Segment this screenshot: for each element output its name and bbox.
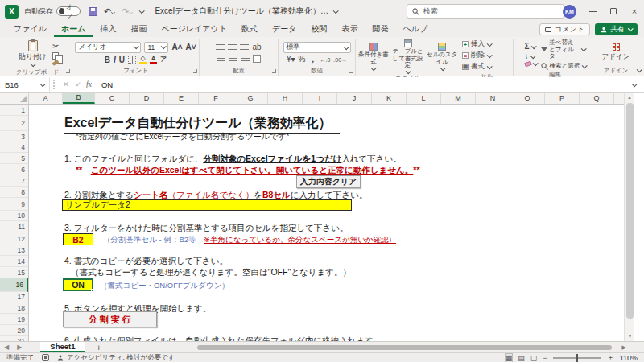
sheet-nav-left-icon[interactable]: ◀ [0, 343, 13, 351]
ribbon-tab-0[interactable]: ファイル [6, 22, 54, 37]
ribbon-tab-6[interactable]: データ [265, 22, 303, 37]
conditional-formatting-button[interactable]: 条件付き書式 [357, 43, 390, 70]
column-header-a[interactable]: A [29, 93, 63, 104]
search-input[interactable]: 検索 [407, 4, 564, 19]
row-header-9[interactable]: 9 [0, 198, 28, 211]
format-painter-icon[interactable] [52, 60, 60, 66]
increase-font-icon[interactable]: A˄ [171, 43, 182, 51]
column-header-p[interactable]: P [545, 93, 580, 104]
vertical-scrollbar[interactable]: ▲ ▼ [624, 93, 634, 341]
scroll-right-icon[interactable]: ▶ [622, 344, 626, 351]
zoom-slider[interactable] [553, 357, 601, 359]
column-header-l[interactable]: L [407, 93, 441, 104]
align-bottom-icon[interactable] [240, 44, 249, 51]
ribbon-tab-10[interactable]: ヘルプ [396, 22, 436, 37]
comma-format-icon[interactable]: ， [308, 56, 316, 64]
formula-input[interactable]: ON [97, 80, 632, 89]
column-header-n[interactable]: N [476, 93, 510, 104]
column-header-e[interactable]: E [164, 93, 199, 104]
confirm-entry-icon[interactable]: ✓ [72, 80, 85, 88]
find-select-button[interactable]: 検索と選択 [541, 63, 586, 70]
collapse-ribbon-chevron-icon[interactable] [637, 67, 642, 72]
delete-cells-button[interactable]: ×削除 [462, 51, 491, 60]
column-header-j[interactable]: J [337, 93, 372, 104]
row-header-10[interactable]: 10 [0, 211, 28, 221]
vertical-scroll-thumb[interactable] [626, 103, 634, 319]
column-header-m[interactable]: M [441, 93, 476, 104]
number-format-select[interactable]: 標準 [283, 42, 351, 53]
macro-record-icon[interactable] [42, 354, 49, 361]
close-button[interactable]: × [630, 6, 639, 16]
sheet-tab-active[interactable]: Sheet1 [40, 342, 85, 352]
row-header-18[interactable]: 18 [0, 302, 28, 314]
align-right-icon[interactable] [241, 56, 250, 62]
sheet-name-input-cell[interactable]: サンプルデータ2 [62, 199, 352, 211]
row-header-3[interactable]: 3 [0, 131, 28, 142]
sheet-nav-right-icon[interactable]: ▶ [13, 343, 26, 351]
row-header-5[interactable]: 5 [0, 153, 28, 164]
row-header-19[interactable]: 19 [0, 314, 28, 325]
column-header-i[interactable]: I [303, 93, 337, 104]
fill-button[interactable]: ↓ [525, 52, 535, 60]
share-button[interactable]: 共有 [595, 23, 638, 35]
row-header-20[interactable]: 20 [0, 325, 28, 336]
percent-format-icon[interactable]: % [299, 56, 306, 64]
formula-bar-grip[interactable] [53, 80, 56, 89]
ribbon-tab-2[interactable]: 挿入 [93, 22, 123, 37]
column-header-f[interactable]: F [199, 93, 233, 104]
ribbon-tab-1[interactable]: ホーム [54, 22, 93, 37]
sort-filter-button[interactable]: 並べ替えとフィルター [541, 39, 585, 60]
scroll-up-icon[interactable]: ▲ [625, 93, 634, 102]
name-box[interactable]: B16 [0, 77, 50, 92]
merge-cells-icon[interactable] [253, 55, 261, 63]
column-header-o[interactable]: O [510, 93, 545, 104]
row-header-8[interactable]: 8 [0, 187, 28, 198]
page-layout-view-icon[interactable]: ▤ [518, 354, 525, 362]
fill-handle[interactable] [91, 289, 94, 292]
insert-function-icon[interactable]: fx [85, 80, 97, 88]
align-middle-icon[interactable] [228, 44, 237, 51]
font-size-select[interactable]: 11 [144, 42, 168, 53]
add-sheet-button[interactable]: + [85, 343, 112, 352]
number-dialog-launcher-icon[interactable] [349, 69, 353, 73]
normal-view-icon[interactable]: ▦ [506, 354, 513, 362]
column-header-k[interactable]: K [372, 93, 407, 104]
row-header-15[interactable]: 15 [0, 267, 28, 278]
column-header-h[interactable]: H [268, 93, 303, 104]
zoom-slider-knob[interactable] [576, 354, 578, 362]
insert-cells-button[interactable]: +挿入 [462, 39, 491, 49]
column-header-d[interactable]: D [130, 93, 164, 104]
ribbon-tab-8[interactable]: 表示 [335, 22, 365, 37]
row-header-14[interactable]: 14 [0, 256, 28, 267]
scroll-down-icon[interactable]: ▼ [625, 331, 635, 341]
cell-ref-input-cell[interactable]: B2 [63, 233, 93, 245]
comments-button[interactable]: コメント [539, 23, 590, 35]
currency-format-icon[interactable]: ¥▾ [287, 56, 295, 64]
column-header-c[interactable]: C [95, 93, 130, 104]
zoom-level[interactable]: 110% [620, 354, 638, 362]
row-header-11[interactable]: 11 [0, 221, 28, 232]
align-center-icon[interactable] [229, 56, 237, 62]
copy-icon[interactable] [52, 52, 59, 60]
cell-styles-button[interactable]: セルのスタイル [426, 43, 458, 70]
maximize-button[interactable] [609, 6, 618, 16]
select-all-corner[interactable] [0, 93, 29, 104]
row-header-17[interactable]: 17 [0, 292, 28, 302]
bold-button[interactable]: B [105, 56, 110, 64]
paste-button[interactable]: 貼り付け [16, 39, 50, 68]
clear-button-ribbon[interactable] [525, 62, 537, 66]
font-name-select[interactable]: メイリオ [75, 42, 141, 53]
page-break-view-icon[interactable]: ▢ [530, 354, 538, 362]
row-header-4[interactable]: 4 [0, 142, 28, 153]
format-cells-button[interactable]: ▦書式 [462, 62, 491, 72]
redo-icon[interactable]: ↷ [122, 6, 133, 17]
row-header-16[interactable]: 16 [0, 278, 28, 292]
underline-button[interactable]: U [119, 56, 125, 64]
autosave-switch[interactable]: オフ [56, 6, 80, 16]
horizontal-scroll-thumb[interactable] [197, 345, 612, 350]
align-left-icon[interactable] [217, 56, 225, 62]
cut-icon[interactable]: ✂ [52, 43, 59, 51]
font-dialog-launcher-icon[interactable] [193, 69, 197, 73]
row-header-12[interactable]: 12 [0, 232, 28, 245]
autosave-toggle[interactable]: 自動保存 オフ [24, 6, 80, 17]
